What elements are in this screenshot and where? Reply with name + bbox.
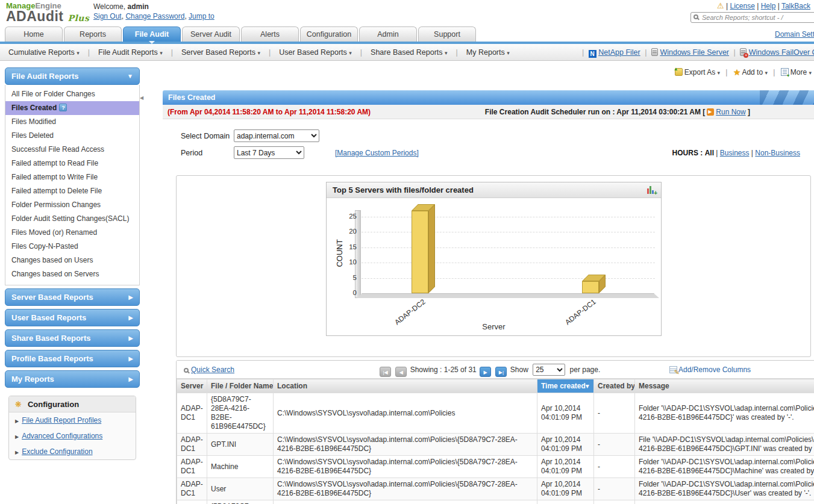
sidebar-item-files-moved-renamed[interactable]: Files Moved (or) Renamed xyxy=(5,226,139,240)
sidebar-section-user-based-reports[interactable]: User Based Reports▶ xyxy=(5,309,140,326)
cell-location: C:\Windows\SYSVOL\sysvol\adap.internal.c… xyxy=(274,393,537,434)
table-row[interactable]: ADAP-DC1 GPT.INI C:\Windows\SYSVOL\sysvo… xyxy=(177,434,814,456)
tab-support[interactable]: Support xyxy=(418,26,476,42)
sidebar-section-my-reports[interactable]: My Reports▶ xyxy=(5,370,140,388)
quick-search[interactable]: Quick Search xyxy=(184,361,234,379)
windows-failover-cluster-link[interactable]: Windows FailOver Cluster xyxy=(749,48,814,57)
reports-menubar: Cumulative Reports ▾|File Audit Reports … xyxy=(0,44,814,61)
chart-panel: Top 5 Servers with files/folder created … xyxy=(176,175,811,357)
bar-ADAP-DC1[interactable] xyxy=(582,281,599,293)
tab-alerts[interactable]: Alerts xyxy=(241,26,299,42)
sidebar-item-failed-read[interactable]: Failed attempt to Read File xyxy=(5,157,139,170)
warning-icon[interactable]: ⚠ xyxy=(717,1,724,10)
sidebar-item-changes-based-on-users[interactable]: Changes based on Users xyxy=(5,254,139,267)
manage-custom-periods-link[interactable]: [Manage Custom Periods] xyxy=(335,149,419,157)
menu-cumulative-reports[interactable]: Cumulative Reports ▾ xyxy=(0,44,88,61)
chart-type-icon[interactable]: + xyxy=(647,185,656,195)
sidebar-item-files-modified[interactable]: Files Modified xyxy=(5,115,139,129)
search-placeholder: Search Reports; shortcut - / xyxy=(702,14,783,21)
change-password-link[interactable]: Change Password xyxy=(125,12,184,20)
menu-share-based-reports[interactable]: Share Based Reports ▾ xyxy=(362,44,456,61)
jump-to-link[interactable]: Jump to xyxy=(189,12,214,20)
help-link[interactable]: Help xyxy=(761,2,776,10)
sidebar-item-folder-permission-changes[interactable]: Folder Permission Changes xyxy=(5,198,139,212)
page-size-select[interactable]: 25 xyxy=(533,364,565,376)
column-header-created-by[interactable]: Created by xyxy=(594,379,635,393)
license-link[interactable]: License xyxy=(730,2,754,10)
sidebar-collapse-handle[interactable]: ◀ xyxy=(140,89,145,107)
sidebar-section-server-based-reports[interactable]: Server Based Reports▶ xyxy=(5,288,140,306)
cell-file-folder-name: {5D8A79C7-28EA-4216-B2BE-61B96E4475DC} xyxy=(207,500,274,504)
cell-time-created: Apr 10,2014 04:01:09 PM xyxy=(537,393,594,434)
y-tick-label: 15 xyxy=(335,243,357,250)
column-header-file-folder-name[interactable]: File / Folder Name xyxy=(207,379,274,393)
tab-admin[interactable]: Admin xyxy=(359,26,417,42)
sidebar-section-share-based-reports[interactable]: Share Based Reports▶ xyxy=(5,329,140,347)
sidebar-item-files-deleted[interactable]: Files Deleted xyxy=(5,129,139,143)
add-remove-columns[interactable]: Add/Remove Columns xyxy=(669,361,751,379)
menu-user-based-reports[interactable]: User Based Reports ▾ xyxy=(271,44,360,61)
menu-file-audit-reports[interactable]: File Audit Reports ▾ xyxy=(90,44,171,61)
tab-server-audit[interactable]: Server Audit xyxy=(182,26,240,42)
netapp-filer-link[interactable]: NetApp Filer xyxy=(598,48,640,57)
sidebar-item-folder-audit-setting-changes[interactable]: Folder Audit Setting Changes(SACL) xyxy=(5,212,139,226)
sidebar-item-failed-delete[interactable]: Failed attempt to Delete File xyxy=(5,184,139,198)
cell-time-created: Apr 10,2014 04:01:09 PM xyxy=(537,456,594,478)
period-select[interactable]: Last 7 Days xyxy=(234,146,304,159)
windows-file-server-link[interactable]: Windows File Server xyxy=(660,48,729,57)
gear-icon: ❋ xyxy=(15,400,22,409)
column-header-location[interactable]: Location xyxy=(274,379,537,393)
talkback-link[interactable]: TalkBack xyxy=(781,2,810,10)
cell-message: Folder '\\ADAP-DC1\SYSVOL\adap.internal.… xyxy=(635,393,814,434)
server-quick-links: | N NetApp Filer | Windows File Server |… xyxy=(580,44,814,61)
sidebar-item-files-created[interactable]: Files Created? xyxy=(5,101,139,115)
sidebar-item-failed-write[interactable]: Failed attempt to Write File xyxy=(5,170,139,184)
sidebar-section-profile-based-reports[interactable]: Profile Based Reports▶ xyxy=(5,350,140,367)
tab-configuration[interactable]: Configuration xyxy=(300,26,358,42)
run-now-link[interactable]: Run Now xyxy=(716,108,745,116)
sidebar-item-all-file-or-folder-changes[interactable]: All File or Folder Changes xyxy=(5,87,139,101)
export-as-button[interactable]: Export As ▾ xyxy=(675,68,720,76)
chevron-down-icon: ▾ xyxy=(257,50,260,56)
table-row[interactable]: ADAP-DC1 {5D8A79C7-28EA-4216-B2BE-61B96E… xyxy=(177,393,814,434)
first-page-button[interactable]: |◀ xyxy=(380,367,391,377)
sign-out-link[interactable]: Sign Out xyxy=(93,12,122,20)
bar-chart-plot: COUNT Server 0510152025ADAP-DC2ADAP-DC1 xyxy=(327,198,661,335)
column-header-message[interactable]: Message xyxy=(635,379,814,393)
bar-ADAP-DC2[interactable] xyxy=(412,211,428,293)
menu-server-based-reports[interactable]: Server Based Reports ▾ xyxy=(173,44,269,61)
prev-page-button[interactable]: ◀ xyxy=(395,367,407,377)
sidebar-item-successful-file-read-access[interactable]: Successful File Read Access xyxy=(5,143,139,157)
hours-business-link[interactable]: Business xyxy=(720,149,750,157)
more-button[interactable]: More ▾ xyxy=(781,68,812,76)
run-now-icon xyxy=(707,108,714,116)
chevron-right-icon: ▶ xyxy=(128,371,133,387)
domain-settings-link[interactable]: Domain Settings xyxy=(775,30,814,39)
add-to-button[interactable]: ★Add to ▾ xyxy=(733,68,768,76)
chevron-down-icon: ▾ xyxy=(507,50,510,56)
sidebar-item-changes-based-on-servers[interactable]: Changes based on Servers xyxy=(5,267,139,281)
cell-message: Folder '\\ADAP-DC1\SYSVOL\adap.internal.… xyxy=(635,456,814,478)
y-tick-label: 0 xyxy=(335,289,357,296)
next-page-button[interactable]: ▶ xyxy=(480,367,491,377)
sidebar-section-file-audit-reports[interactable]: File Audit Reports ▼ xyxy=(5,67,140,85)
hours-filter: HOURS : All | Business | Non-Business xyxy=(672,149,800,157)
hours-all[interactable]: All xyxy=(705,149,714,157)
tab-file-audit[interactable]: File Audit xyxy=(123,26,181,42)
table-row[interactable]: ADAP-DC1 Machine C:\Windows\SYSVOL\sysvo… xyxy=(177,456,814,478)
help-question-icon[interactable]: ? xyxy=(59,104,67,111)
column-header-time-created[interactable]: Time created▾ xyxy=(537,379,594,393)
table-header-row: Server File / Folder Name Location Time … xyxy=(177,379,814,393)
column-header-server[interactable]: Server xyxy=(177,379,207,393)
menu-my-reports[interactable]: My Reports ▾ xyxy=(458,44,518,61)
tab-home[interactable]: Home xyxy=(5,26,63,42)
table-row[interactable]: ADAP-DC2 {5D8A79C7-28EA-4216-B2BE-61B96E… xyxy=(177,500,814,504)
last-page-button[interactable]: ▶| xyxy=(495,367,507,377)
domain-select[interactable]: adap.internal.com xyxy=(234,129,319,142)
tab-reports[interactable]: Reports xyxy=(64,26,122,42)
table-row[interactable]: ADAP-DC1 User C:\Windows\SYSVOL\sysvol\a… xyxy=(177,478,814,500)
chevron-down-icon: ▾ xyxy=(717,70,720,76)
hours-non-business-link[interactable]: Non-Business xyxy=(755,149,800,157)
search-input[interactable]: Search Reports; shortcut - / xyxy=(690,12,814,23)
sidebar-item-files-copy-n-pasted[interactable]: Files Copy-N-Pasted xyxy=(5,240,139,254)
